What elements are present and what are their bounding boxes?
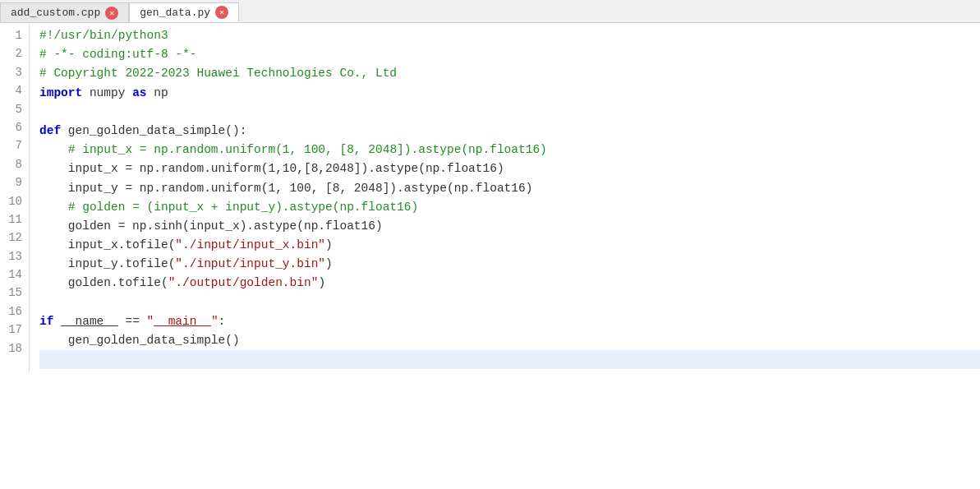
code-line-11: golden = np.sinh(input_x).astype(np.floa…: [39, 217, 980, 236]
line-num-7: 7: [7, 136, 22, 155]
code-line-13: input_y.tofile("./input/input_y.bin"): [39, 255, 980, 274]
line-numbers: 1 2 3 4 5 6 7 8 9 10 11 12 13 14 15 16 1…: [0, 23, 30, 372]
line-num-9: 9: [7, 173, 22, 191]
code-line-5: [39, 103, 980, 122]
code-line-16: if __name__ == "__main__":: [39, 312, 980, 331]
code-line-3: # Copyright 2022-2023 Huawei Technologie…: [39, 64, 980, 83]
code-line-2: # -*- coding:utf-8 -*-: [39, 45, 980, 64]
line-num-3: 3: [7, 63, 22, 81]
tab-label-add-custom: add_custom.cpp: [11, 7, 100, 19]
tab-add-custom[interactable]: add_custom.cpp ✕: [0, 2, 129, 22]
line-num-18: 18: [7, 339, 22, 358]
tab-close-gen-data[interactable]: ✕: [215, 6, 228, 19]
tab-close-add-custom[interactable]: ✕: [105, 7, 118, 20]
line-num-1: 1: [7, 26, 22, 44]
line-num-2: 2: [7, 44, 22, 62]
code-line-18: [39, 350, 980, 369]
line-num-8: 8: [7, 155, 22, 173]
code-line-14: golden.tofile("./output/golden.bin"): [39, 274, 980, 293]
line-num-15: 15: [7, 284, 22, 302]
code-line-9: input_y = np.random.uniform(1, 100, [8, …: [39, 179, 980, 198]
code-line-1: #!/usr/bin/python3: [39, 26, 980, 45]
tab-bar: add_custom.cpp ✕ gen_data.py ✕: [0, 0, 980, 23]
line-num-11: 11: [7, 210, 22, 228]
code-line-15: [39, 293, 980, 312]
code-line-7: # input_x = np.random.uniform(1, 100, [8…: [39, 141, 980, 159]
line-num-4: 4: [7, 81, 22, 99]
line-num-13: 13: [7, 247, 22, 265]
code-line-12: input_x.tofile("./input/input_x.bin"): [39, 236, 980, 255]
line-num-16: 16: [7, 302, 22, 321]
tab-gen-data[interactable]: gen_data.py ✕: [129, 2, 239, 22]
line-num-10: 10: [7, 192, 22, 210]
code-line-8: input_x = np.random.uniform(1,10,[8,2048…: [39, 159, 980, 178]
code-line-4: import numpy as np: [39, 84, 980, 103]
code-line-10: # golden = (input_x + input_y).astype(np…: [39, 198, 980, 217]
line-num-17: 17: [7, 321, 22, 339]
line-num-6: 6: [7, 118, 22, 136]
code-content: #!/usr/bin/python3 # -*- coding:utf-8 -*…: [30, 23, 980, 372]
tab-label-gen-data: gen_data.py: [140, 7, 210, 19]
line-num-12: 12: [7, 228, 22, 247]
code-line-17: gen_golden_data_simple(): [39, 331, 980, 350]
line-num-14: 14: [7, 265, 22, 284]
code-area: 1 2 3 4 5 6 7 8 9 10 11 12 13 14 15 16 1…: [0, 23, 980, 372]
line-num-5: 5: [7, 100, 22, 118]
code-line-6: def gen_golden_data_simple():: [39, 122, 980, 141]
